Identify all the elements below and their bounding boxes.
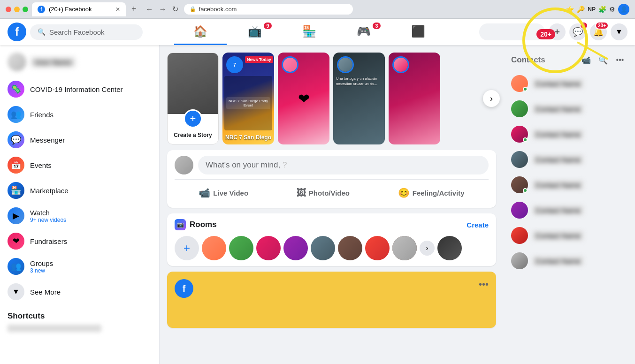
messenger-button[interactable]: 💬 1	[569, 23, 586, 40]
stories-row: + Create a Story 7 News Today NBC 7 San …	[167, 53, 440, 144]
room-avatar-1[interactable]	[202, 236, 226, 260]
rooms-next-btn[interactable]: ›	[420, 241, 435, 256]
room-avatar-6[interactable]	[338, 236, 362, 260]
fb-logo[interactable]: f	[8, 23, 26, 41]
nav-gaming[interactable]: 🎮 3	[337, 19, 390, 45]
new-tab-button[interactable]: +	[131, 4, 137, 14]
fb-post-actions: •••	[199, 279, 489, 290]
contact-name-1: Contact Name	[533, 79, 583, 89]
live-video-button[interactable]: 📹 Live Video	[191, 183, 256, 202]
contact-item-1[interactable]: Contact Name	[507, 71, 631, 96]
notifications-button[interactable]: 🔔 20+	[590, 23, 607, 40]
browser-user-avatar[interactable]: 👤	[618, 4, 629, 15]
room-avatar-7[interactable]	[365, 236, 390, 260]
see-more-item[interactable]: ▼ See More	[4, 280, 155, 304]
room-add-avatar[interactable]: +	[175, 236, 199, 260]
contact-item-2[interactable]: Contact Name	[507, 97, 631, 121]
rooms-create-button[interactable]: Create	[467, 221, 489, 229]
nav-watch[interactable]: 📺 9	[229, 19, 281, 45]
sidebar-item-fundraisers[interactable]: ❤ Fundraisers	[4, 229, 155, 253]
story-card-3[interactable]: ❤	[278, 53, 329, 144]
sidebar-item-covid[interactable]: 🦠 COVID-19 Information Center	[4, 77, 155, 101]
menu-button[interactable]: ▼	[611, 23, 627, 40]
events-icon: 📅	[8, 157, 24, 174]
contacts-video-icon[interactable]: 📹	[579, 53, 594, 68]
covid-label: COVID-19 Information Center	[30, 85, 123, 93]
sidebar-item-messenger[interactable]: 💬 Messenger	[4, 128, 155, 152]
story-next-button[interactable]: ›	[483, 90, 500, 107]
contact-item-3[interactable]: Contact Name	[507, 122, 631, 146]
add-button[interactable]: +	[549, 23, 566, 40]
watch-sidebar-icon: ▶	[8, 207, 24, 224]
contact-item-5[interactable]: Contact Name	[507, 173, 631, 197]
contact-item-4[interactable]: Contact Name	[507, 147, 631, 172]
groups-nav-icon: ⬛	[411, 25, 425, 38]
sidebar-item-friends[interactable]: 👥 Friends	[4, 102, 155, 127]
browser-dots	[6, 7, 28, 12]
room-avatar-more[interactable]	[437, 236, 462, 260]
contact-item-7[interactable]: Contact Name	[507, 223, 631, 248]
nav-marketplace[interactable]: 🏪	[283, 19, 336, 45]
room-avatar-3[interactable]	[256, 236, 281, 260]
story-avatar-4	[337, 56, 354, 73]
forward-button[interactable]: →	[157, 3, 168, 15]
browser-profile-np[interactable]: NP	[588, 6, 596, 13]
extensions-icon[interactable]: 🔑	[577, 6, 585, 13]
contact-item-8[interactable]: Contact Name	[507, 249, 631, 273]
contact-name-2: Contact Name	[533, 104, 583, 114]
fb-header: f 🔍 Search Facebook 🏠 📺 9 🏪 🎮 3 ⬛ + 💬 1	[0, 19, 635, 45]
browser-settings-icon[interactable]: ⚙	[609, 6, 615, 13]
sidebar-item-marketplace[interactable]: 🏪 Marketplace	[4, 178, 155, 203]
contact-item-6[interactable]: Contact Name	[507, 198, 631, 222]
contact-avatar-5	[511, 176, 528, 193]
messenger-badge: 1	[580, 22, 588, 30]
story-card-5[interactable]	[389, 53, 440, 144]
watch-icon: 📺	[248, 25, 262, 38]
room-avatar-2[interactable]	[229, 236, 253, 260]
watch-label: Watch	[30, 209, 66, 217]
create-story-card[interactable]: + Create a Story	[167, 53, 219, 144]
story-card-4[interactable]: Una tortuga y un alacrán necesitan cruza…	[333, 53, 385, 144]
dot-green	[23, 7, 28, 12]
fb-feed: + Create a Story 7 News Today NBC 7 San …	[160, 45, 504, 364]
back-button[interactable]: ←	[144, 3, 155, 15]
events-label: Events	[30, 161, 52, 169]
post-input[interactable]: What's on your mind, ?	[198, 156, 489, 174]
contact-name-4: Contact Name	[533, 155, 583, 165]
browser-ext-icon[interactable]: 🧩	[598, 6, 606, 13]
room-avatar-5[interactable]	[311, 236, 335, 260]
nav-groups[interactable]: ⬛	[392, 19, 444, 45]
sidebar-item-watch[interactable]: ▶ Watch 9+ new videos	[4, 204, 155, 228]
post-box: What's on your mind, ? 📹 Live Video 🖼 Ph…	[167, 150, 496, 208]
room-avatar-8[interactable]	[392, 236, 417, 260]
contacts-search-icon[interactable]: 🔍	[596, 53, 611, 68]
feeling-activity-button[interactable]: 😊 Feeling/Activity	[390, 183, 472, 202]
browser-tab[interactable]: f (20+) Facebook ✕	[32, 2, 126, 16]
tab-close-icon[interactable]: ✕	[115, 6, 120, 13]
sidebar-item-groups[interactable]: 👥 Groups 3 new	[4, 254, 155, 279]
post-avatar	[175, 156, 193, 174]
contact-avatar-6	[511, 202, 528, 219]
contact-name-6: Contact Name	[533, 205, 583, 215]
contact-avatar-8	[511, 252, 528, 269]
search-placeholder: Search Facebook	[49, 28, 105, 36]
photo-video-button[interactable]: 🖼 Photo/Video	[289, 183, 357, 202]
story-name-nbc: NBC 7 San Diego	[225, 134, 271, 141]
contact-avatar-3	[511, 126, 528, 143]
fb-search-box[interactable]: 🔍 Search Facebook	[30, 24, 143, 40]
post-more-icon[interactable]: •••	[479, 279, 489, 290]
address-bar[interactable]: 🔒 facebook.com	[184, 4, 353, 15]
contacts-more-icon[interactable]: •••	[612, 53, 627, 68]
story-card-nbc[interactable]: 7 News Today NBC 7 San Diego Party Event…	[222, 53, 274, 144]
home-icon: 🏠	[193, 25, 207, 38]
bookmark-icon[interactable]: ⭐	[566, 6, 574, 13]
sidebar-item-events[interactable]: 📅 Events	[4, 153, 155, 177]
room-avatar-4[interactable]	[283, 236, 308, 260]
shortcuts-section: Shortcuts	[4, 308, 155, 340]
watch-label-group: Watch 9+ new videos	[30, 209, 66, 223]
reload-button[interactable]: ↻	[170, 3, 180, 15]
nav-home[interactable]: 🏠	[174, 19, 227, 45]
sidebar-profile[interactable]: User Name	[4, 49, 155, 75]
create-story-plus-btn[interactable]: +	[184, 109, 202, 128]
fb-contacts-sidebar: Contacts 📹 🔍 ••• Contact Name Contact Na…	[504, 45, 635, 364]
